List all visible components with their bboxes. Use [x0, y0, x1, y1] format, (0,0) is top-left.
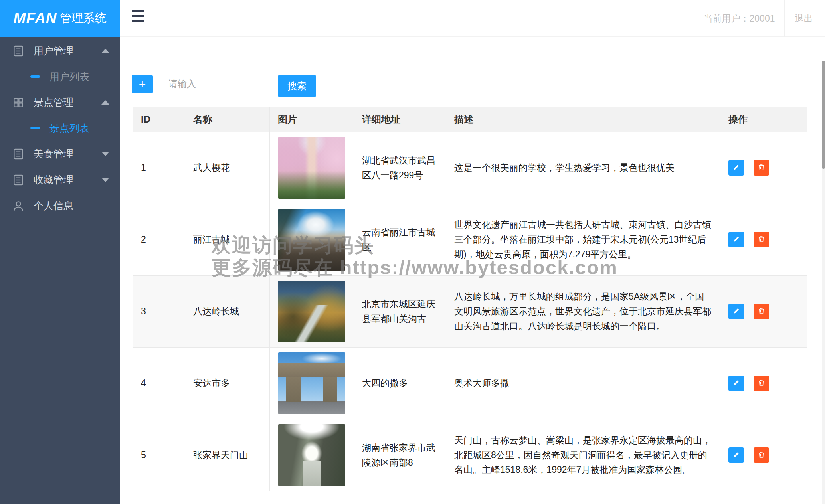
cell-name: 张家界天门山: [185, 419, 270, 491]
sidebar-subitem-label: 用户列表: [49, 70, 89, 83]
sidebar: MFAN 管理系统 用户管理 用户列表 景点管理 景点列表: [0, 0, 120, 504]
topbar: 当前用户：20001 退出: [120, 0, 825, 37]
sidebar-subitem-label: 景点列表: [49, 122, 89, 135]
tab-strip: [120, 37, 825, 61]
column-header-actions: 操作: [720, 107, 807, 132]
cell-id: 1: [133, 132, 185, 204]
scrollbar[interactable]: [822, 61, 825, 504]
table-row: 3 八达岭长城 北京市东城区延庆县军都山关沟古 八达岭长城，万里长城的组成部分，…: [133, 276, 807, 348]
sidebar-item-label: 美食管理: [34, 147, 73, 160]
column-header-id: ID: [133, 107, 185, 132]
column-header-address: 详细地址: [354, 107, 446, 132]
sidebar-item-label: 景点管理: [34, 96, 73, 109]
cell-name: 武大樱花: [185, 132, 270, 204]
app-logo: MFAN 管理系统: [0, 0, 120, 37]
table-row: 1 武大樱花 湖北省武汉市武昌区八一路299号 这是一个很美丽的学校，学生热爱学…: [133, 132, 807, 204]
cell-id: 3: [133, 276, 185, 348]
scrollbar-thumb[interactable]: [822, 61, 825, 169]
app-logo-text: 管理系统: [60, 10, 106, 26]
sidebar-item-label: 用户管理: [34, 44, 73, 57]
main-content: + 搜索 ID 名称 图片 详细地址 描述 操作 1 武大樱花 湖北省武汉市武昌…: [120, 61, 825, 504]
cell-id: 4: [133, 348, 185, 419]
trash-icon: [757, 163, 766, 173]
add-button[interactable]: +: [132, 75, 153, 93]
sidebar-item-label: 收藏管理: [34, 173, 73, 186]
edit-button[interactable]: [728, 447, 744, 463]
pencil-icon: [732, 235, 740, 245]
table-row: 4 安达市多 大四的撒多 奥术大师多撒: [133, 348, 807, 419]
cell-actions: [720, 204, 807, 276]
pencil-icon: [732, 451, 740, 460]
trash-icon: [757, 235, 766, 245]
search-button[interactable]: 搜索: [278, 75, 316, 97]
delete-button[interactable]: [754, 232, 769, 247]
delete-button[interactable]: [754, 160, 769, 176]
scenic-photo: [278, 281, 345, 342]
column-header-name: 名称: [185, 107, 270, 132]
sidebar-subitem-user-list[interactable]: 用户列表: [0, 64, 120, 89]
pencil-icon: [732, 307, 740, 316]
current-user-label: 当前用户：20001: [694, 0, 784, 37]
cell-address: 大四的撒多: [354, 348, 446, 419]
hamburger-menu-icon[interactable]: [132, 10, 144, 26]
edit-button[interactable]: [728, 376, 744, 391]
edit-button[interactable]: [728, 160, 744, 176]
cell-address: 北京市东城区延庆县军都山关沟古: [354, 276, 446, 348]
cell-description: 世界文化遗产丽江古城一共包括大研古城、束河古镇、白沙古镇三个部分。坐落在丽江坝中…: [446, 204, 720, 276]
document-icon: [12, 173, 26, 187]
sidebar-item-food-management[interactable]: 美食管理: [0, 141, 120, 167]
table-row: 5 张家界天门山 湖南省张家界市武陵源区南部8 天门山，古称云梦山、嵩梁山，是张…: [133, 419, 807, 491]
sidebar-item-user-management[interactable]: 用户管理: [0, 38, 120, 64]
cell-description: 这是一个很美丽的学校，学生热爱学习，景色也很优美: [446, 132, 720, 204]
sidebar-subitem-scenic-list[interactable]: 景点列表: [0, 115, 120, 141]
edit-button[interactable]: [728, 232, 744, 247]
column-header-image: 图片: [270, 107, 354, 132]
cell-name: 丽江古城: [185, 204, 270, 276]
trash-icon: [757, 379, 766, 388]
cell-address: 湖北省武汉市武昌区八一路299号: [354, 132, 446, 204]
cell-address: 云南省丽江市古城区: [354, 204, 446, 276]
pencil-icon: [732, 379, 740, 388]
dash-icon: [30, 127, 40, 129]
scenic-photo: [278, 352, 345, 414]
topbar-right: 当前用户：20001 退出: [694, 0, 823, 37]
cell-description: 奥术大师多撒: [446, 348, 720, 419]
table-row: 2 丽江古城 云南省丽江市古城区 世界文化遗产丽江古城一共包括大研古城、束河古镇…: [133, 204, 807, 276]
person-icon: [12, 199, 26, 213]
delete-button[interactable]: [754, 304, 769, 319]
chevron-up-icon: [101, 49, 109, 53]
scenic-photo: [278, 209, 345, 271]
cell-description: 天门山，古称云梦山、嵩梁山，是张家界永定区海拔最高的山，北距城区8公里，因自然奇…: [446, 419, 720, 491]
logout-button[interactable]: 退出: [784, 0, 823, 37]
cell-actions: [720, 348, 807, 419]
document-icon: [12, 147, 26, 161]
chevron-down-icon: [101, 178, 109, 182]
cell-actions: [720, 276, 807, 348]
search-input[interactable]: [161, 73, 269, 95]
column-header-description: 描述: [446, 107, 720, 132]
app-logo-text-bold: MFAN: [14, 10, 57, 27]
delete-button[interactable]: [754, 447, 769, 463]
sidebar-menu: 用户管理 用户列表 景点管理 景点列表 美食管理: [0, 37, 120, 219]
sidebar-item-scenic-management[interactable]: 景点管理: [0, 89, 120, 115]
cell-actions: [720, 419, 807, 491]
cell-description: 八达岭长城，万里长城的组成部分，是国家5A级风景区，全国文明风景旅游区示范点，世…: [446, 276, 720, 348]
dash-icon: [30, 75, 40, 78]
cell-address: 湖南省张家界市武陵源区南部8: [354, 419, 446, 491]
cell-id: 2: [133, 204, 185, 276]
cell-name: 安达市多: [185, 348, 270, 419]
chevron-down-icon: [101, 152, 109, 156]
trash-icon: [757, 307, 766, 316]
delete-button[interactable]: [754, 376, 769, 391]
chevron-up-icon: [101, 100, 109, 105]
scenic-table: ID 名称 图片 详细地址 描述 操作 1 武大樱花 湖北省武汉市武昌区八一路2…: [133, 107, 807, 491]
trash-icon: [757, 451, 766, 460]
cell-actions: [720, 132, 807, 204]
sidebar-item-favorites-management[interactable]: 收藏管理: [0, 167, 120, 193]
pencil-icon: [732, 163, 740, 173]
document-icon: [12, 44, 26, 58]
edit-button[interactable]: [728, 304, 744, 319]
sidebar-item-personal-info[interactable]: 个人信息: [0, 193, 120, 219]
grid-icon: [12, 96, 26, 109]
sidebar-item-label: 个人信息: [34, 199, 73, 212]
